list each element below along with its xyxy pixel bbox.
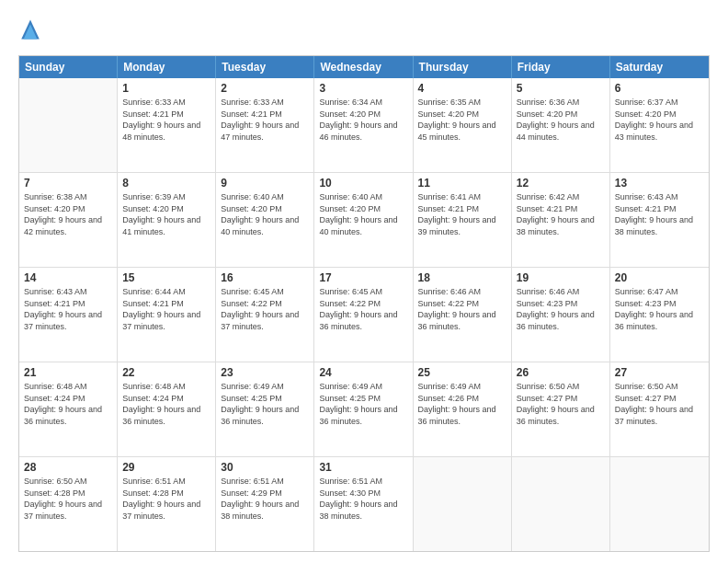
day-number: 2 — [221, 82, 309, 95]
day-number: 29 — [122, 461, 210, 474]
calendar-cell: 25Sunrise: 6:49 AMSunset: 4:26 PMDayligh… — [414, 362, 512, 456]
cell-info: Sunrise: 6:48 AMSunset: 4:24 PMDaylight:… — [24, 381, 112, 427]
weekday-header: Friday — [512, 56, 610, 78]
calendar-cell: 2Sunrise: 6:33 AMSunset: 4:21 PMDaylight… — [216, 78, 314, 172]
calendar-cell: 13Sunrise: 6:43 AMSunset: 4:21 PMDayligh… — [610, 173, 709, 267]
weekday-header: Tuesday — [216, 56, 314, 78]
cell-info: Sunrise: 6:45 AMSunset: 4:22 PMDaylight:… — [319, 286, 407, 332]
calendar-cell: 5Sunrise: 6:36 AMSunset: 4:20 PMDaylight… — [512, 78, 610, 172]
calendar-cell: 22Sunrise: 6:48 AMSunset: 4:24 PMDayligh… — [118, 362, 216, 456]
calendar-cell — [19, 78, 118, 172]
calendar-cell: 17Sunrise: 6:45 AMSunset: 4:22 PMDayligh… — [314, 268, 413, 362]
calendar-body: 1Sunrise: 6:33 AMSunset: 4:21 PMDaylight… — [19, 78, 709, 551]
calendar-cell: 29Sunrise: 6:51 AMSunset: 4:28 PMDayligh… — [118, 457, 216, 551]
calendar-cell: 18Sunrise: 6:46 AMSunset: 4:22 PMDayligh… — [414, 268, 512, 362]
day-number: 17 — [319, 271, 407, 284]
calendar-cell: 16Sunrise: 6:45 AMSunset: 4:22 PMDayligh… — [216, 268, 314, 362]
weekday-header: Thursday — [414, 56, 512, 78]
cell-info: Sunrise: 6:48 AMSunset: 4:24 PMDaylight:… — [122, 381, 210, 427]
weekday-header: Monday — [118, 56, 216, 78]
cell-info: Sunrise: 6:45 AMSunset: 4:22 PMDaylight:… — [221, 286, 309, 332]
day-number: 16 — [221, 271, 309, 284]
day-number: 4 — [418, 82, 506, 95]
cell-info: Sunrise: 6:36 AMSunset: 4:20 PMDaylight:… — [517, 97, 605, 143]
cell-info: Sunrise: 6:42 AMSunset: 4:21 PMDaylight:… — [517, 191, 605, 237]
day-number: 31 — [319, 461, 407, 474]
cell-info: Sunrise: 6:49 AMSunset: 4:26 PMDaylight:… — [418, 381, 506, 427]
day-number: 21 — [24, 366, 112, 379]
main-container: SundayMondayTuesdayWednesdayThursdayFrid… — [0, 0, 728, 563]
day-number: 7 — [24, 177, 112, 190]
day-number: 27 — [615, 366, 704, 379]
cell-info: Sunrise: 6:49 AMSunset: 4:25 PMDaylight:… — [221, 381, 309, 427]
cell-info: Sunrise: 6:40 AMSunset: 4:20 PMDaylight:… — [319, 191, 407, 237]
cell-info: Sunrise: 6:46 AMSunset: 4:23 PMDaylight:… — [517, 286, 605, 332]
calendar-row: 7Sunrise: 6:38 AMSunset: 4:20 PMDaylight… — [19, 173, 709, 268]
day-number: 23 — [221, 366, 309, 379]
day-number: 24 — [319, 366, 407, 379]
day-number: 14 — [24, 271, 112, 284]
cell-info: Sunrise: 6:47 AMSunset: 4:23 PMDaylight:… — [615, 286, 704, 332]
calendar-cell: 7Sunrise: 6:38 AMSunset: 4:20 PMDaylight… — [19, 173, 118, 267]
day-number: 18 — [418, 271, 506, 284]
cell-info: Sunrise: 6:35 AMSunset: 4:20 PMDaylight:… — [418, 97, 506, 143]
calendar-cell: 21Sunrise: 6:48 AMSunset: 4:24 PMDayligh… — [19, 362, 118, 456]
weekday-header: Saturday — [610, 56, 709, 78]
calendar-cell: 1Sunrise: 6:33 AMSunset: 4:21 PMDaylight… — [118, 78, 216, 172]
calendar-cell — [512, 457, 610, 551]
cell-info: Sunrise: 6:43 AMSunset: 4:21 PMDaylight:… — [24, 286, 112, 332]
calendar-cell: 28Sunrise: 6:50 AMSunset: 4:28 PMDayligh… — [19, 457, 118, 551]
day-number: 11 — [418, 177, 506, 190]
calendar-cell: 23Sunrise: 6:49 AMSunset: 4:25 PMDayligh… — [216, 362, 314, 456]
logo — [18, 17, 40, 46]
cell-info: Sunrise: 6:33 AMSunset: 4:21 PMDaylight:… — [221, 97, 309, 143]
cell-info: Sunrise: 6:41 AMSunset: 4:21 PMDaylight:… — [418, 191, 506, 237]
cell-info: Sunrise: 6:38 AMSunset: 4:20 PMDaylight:… — [24, 191, 112, 237]
cell-info: Sunrise: 6:50 AMSunset: 4:27 PMDaylight:… — [615, 381, 704, 427]
calendar-cell: 26Sunrise: 6:50 AMSunset: 4:27 PMDayligh… — [512, 362, 610, 456]
cell-info: Sunrise: 6:43 AMSunset: 4:21 PMDaylight:… — [615, 191, 704, 237]
cell-info: Sunrise: 6:40 AMSunset: 4:20 PMDaylight:… — [221, 191, 309, 237]
day-number: 30 — [221, 461, 309, 474]
cell-info: Sunrise: 6:46 AMSunset: 4:22 PMDaylight:… — [418, 286, 506, 332]
calendar-cell: 30Sunrise: 6:51 AMSunset: 4:29 PMDayligh… — [216, 457, 314, 551]
day-number: 1 — [122, 82, 210, 95]
cell-info: Sunrise: 6:44 AMSunset: 4:21 PMDaylight:… — [122, 286, 210, 332]
day-number: 12 — [517, 177, 605, 190]
day-number: 10 — [319, 177, 407, 190]
day-number: 22 — [122, 366, 210, 379]
calendar: SundayMondayTuesdayWednesdayThursdayFrid… — [18, 55, 710, 552]
calendar-cell: 10Sunrise: 6:40 AMSunset: 4:20 PMDayligh… — [314, 173, 413, 267]
calendar-cell: 19Sunrise: 6:46 AMSunset: 4:23 PMDayligh… — [512, 268, 610, 362]
cell-info: Sunrise: 6:34 AMSunset: 4:20 PMDaylight:… — [319, 97, 407, 143]
calendar-cell: 27Sunrise: 6:50 AMSunset: 4:27 PMDayligh… — [610, 362, 709, 456]
cell-info: Sunrise: 6:33 AMSunset: 4:21 PMDaylight:… — [122, 97, 210, 143]
calendar-cell: 24Sunrise: 6:49 AMSunset: 4:25 PMDayligh… — [314, 362, 413, 456]
day-number: 26 — [517, 366, 605, 379]
calendar-cell: 14Sunrise: 6:43 AMSunset: 4:21 PMDayligh… — [19, 268, 118, 362]
calendar-cell: 20Sunrise: 6:47 AMSunset: 4:23 PMDayligh… — [610, 268, 709, 362]
day-number: 6 — [615, 82, 704, 95]
day-number: 15 — [122, 271, 210, 284]
weekday-header: Sunday — [19, 56, 118, 78]
cell-info: Sunrise: 6:51 AMSunset: 4:30 PMDaylight:… — [319, 476, 407, 522]
cell-info: Sunrise: 6:50 AMSunset: 4:28 PMDaylight:… — [24, 476, 112, 522]
day-number: 28 — [24, 461, 112, 474]
calendar-cell: 9Sunrise: 6:40 AMSunset: 4:20 PMDaylight… — [216, 173, 314, 267]
day-number: 3 — [319, 82, 407, 95]
calendar-cell: 12Sunrise: 6:42 AMSunset: 4:21 PMDayligh… — [512, 173, 610, 267]
calendar-cell: 4Sunrise: 6:35 AMSunset: 4:20 PMDaylight… — [414, 78, 512, 172]
cell-info: Sunrise: 6:49 AMSunset: 4:25 PMDaylight:… — [319, 381, 407, 427]
calendar-cell — [610, 457, 709, 551]
cell-info: Sunrise: 6:50 AMSunset: 4:27 PMDaylight:… — [517, 381, 605, 427]
calendar-header-row: SundayMondayTuesdayWednesdayThursdayFrid… — [19, 56, 709, 78]
weekday-header: Wednesday — [314, 56, 413, 78]
day-number: 8 — [122, 177, 210, 190]
header — [18, 17, 710, 46]
calendar-cell: 11Sunrise: 6:41 AMSunset: 4:21 PMDayligh… — [414, 173, 512, 267]
calendar-cell: 31Sunrise: 6:51 AMSunset: 4:30 PMDayligh… — [314, 457, 413, 551]
calendar-cell: 15Sunrise: 6:44 AMSunset: 4:21 PMDayligh… — [118, 268, 216, 362]
cell-info: Sunrise: 6:51 AMSunset: 4:28 PMDaylight:… — [122, 476, 210, 522]
day-number: 25 — [418, 366, 506, 379]
day-number: 20 — [615, 271, 704, 284]
